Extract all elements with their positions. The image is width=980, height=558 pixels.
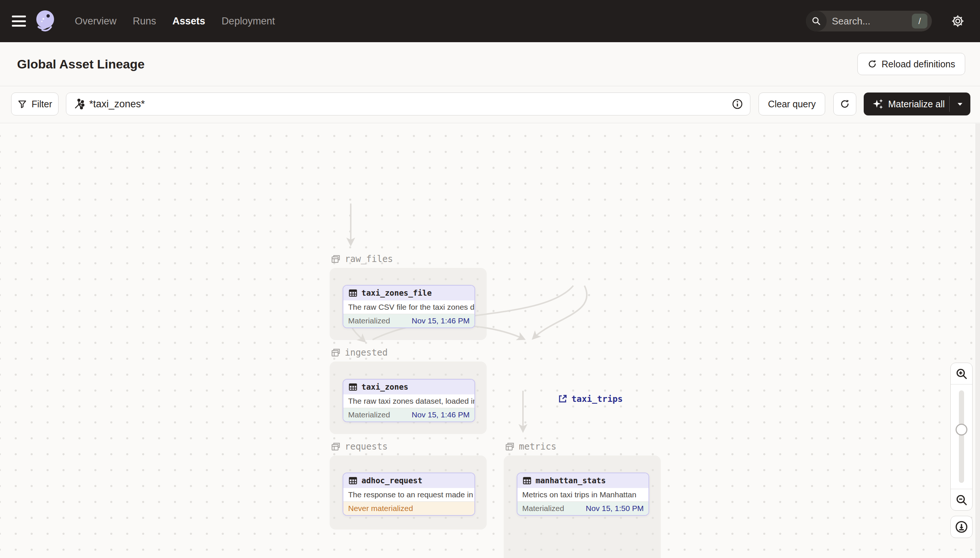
asset-graph-icon xyxy=(73,98,85,110)
filter-button[interactable]: Filter xyxy=(11,92,59,115)
table-icon xyxy=(348,476,358,486)
lineage-edges xyxy=(0,123,980,558)
materialize-all-button[interactable]: Materialize all xyxy=(864,92,970,115)
menu-icon[interactable] xyxy=(12,16,26,27)
zoom-slider[interactable] xyxy=(951,384,972,489)
status-label: Materialized xyxy=(522,504,564,513)
lineage-toolbar: Filter Clear query Materialize all xyxy=(0,86,980,123)
asset-query-input[interactable] xyxy=(89,98,731,110)
group-tables-icon xyxy=(331,348,341,358)
table-icon xyxy=(522,476,532,486)
group-tables-icon xyxy=(331,441,341,452)
chevron-down-icon xyxy=(956,100,964,108)
materialize-dropdown-caret[interactable] xyxy=(950,100,970,108)
external-link-icon xyxy=(557,394,568,404)
asset-description: The response to an request made in th... xyxy=(343,488,474,501)
materialization-timestamp[interactable]: Nov 15, 1:50 PM xyxy=(586,504,644,513)
group-label-raw-files[interactable]: raw_files xyxy=(331,254,393,264)
group-tables-icon xyxy=(505,441,515,452)
table-icon xyxy=(348,382,358,392)
asset-status-row: Materialized Nov 15, 1:46 PM xyxy=(343,314,474,327)
table-icon xyxy=(348,288,358,298)
zoom-out-button[interactable] xyxy=(951,489,972,510)
search-placeholder: Search... xyxy=(832,16,912,27)
asset-name: taxi_zones xyxy=(361,382,408,392)
group-tables-icon xyxy=(331,254,341,264)
search-shortcut-badge: / xyxy=(912,14,927,28)
asset-node-manhattan-stats[interactable]: manhattan_stats Metrics on taxi trips in… xyxy=(517,473,649,516)
search-input[interactable]: Search... / xyxy=(806,11,932,31)
reload-definitions-button[interactable]: Reload definitions xyxy=(857,53,965,75)
asset-status-row: Never materialized xyxy=(343,501,474,515)
status-label: Materialized xyxy=(348,410,390,419)
tab-runs[interactable]: Runs xyxy=(133,16,156,27)
materialization-timestamp[interactable]: Nov 15, 1:46 PM xyxy=(412,410,469,419)
asset-description: The raw CSV file for the taxi zones dat.… xyxy=(343,300,474,314)
settings-gear-icon[interactable] xyxy=(950,13,966,29)
vertical-scrollbar[interactable] xyxy=(975,123,980,558)
group-label-requests[interactable]: requests xyxy=(331,441,388,452)
zoom-controls xyxy=(950,363,973,510)
lineage-canvas[interactable]: raw_files ingested requests metrics taxi… xyxy=(0,123,980,558)
asset-node-taxi-zones[interactable]: taxi_zones The raw taxi zones dataset, l… xyxy=(343,379,475,422)
asset-name: taxi_zones_file xyxy=(361,289,432,297)
filter-funnel-icon xyxy=(17,99,27,109)
asset-status-row: Materialized Nov 15, 1:50 PM xyxy=(517,501,649,515)
zoom-out-icon xyxy=(955,494,968,506)
download-icon xyxy=(954,520,968,534)
zoom-slider-thumb[interactable] xyxy=(955,424,967,435)
materialization-timestamp[interactable]: Nov 15, 1:46 PM xyxy=(412,317,469,325)
status-label: Never materialized xyxy=(348,504,413,513)
refresh-graph-button[interactable] xyxy=(833,92,856,115)
dagster-logo-icon[interactable] xyxy=(34,9,58,33)
asset-query-box xyxy=(66,92,750,115)
group-label-metrics[interactable]: metrics xyxy=(505,441,556,452)
group-label-ingested[interactable]: ingested xyxy=(331,348,388,358)
clear-query-button[interactable]: Clear query xyxy=(759,92,825,115)
asset-node-taxi-zones-file[interactable]: taxi_zones_file The raw CSV file for the… xyxy=(343,285,475,328)
nav-tabs: Overview Runs Assets Deployment xyxy=(75,16,275,27)
refresh-icon xyxy=(840,99,850,109)
zoom-in-icon xyxy=(955,368,968,380)
asset-name: manhattan_stats xyxy=(535,476,606,485)
asset-description: Metrics on taxi trips in Manhattan xyxy=(517,488,649,501)
asset-status-row: Materialized Nov 15, 1:46 PM xyxy=(343,408,474,422)
download-graph-button[interactable] xyxy=(950,516,973,538)
tab-overview[interactable]: Overview xyxy=(75,16,117,27)
asset-node-adhoc-request[interactable]: adhoc_request The response to an request… xyxy=(343,473,475,516)
query-info-icon[interactable] xyxy=(731,98,743,110)
page-title: Global Asset Lineage xyxy=(17,57,145,71)
asset-description: The raw taxi zones dataset, loaded int..… xyxy=(343,394,474,408)
zoom-slider-track[interactable] xyxy=(959,391,964,483)
tab-deployment[interactable]: Deployment xyxy=(221,16,275,27)
status-label: Materialized xyxy=(348,317,390,325)
top-nav: Overview Runs Assets Deployment Search..… xyxy=(0,0,980,42)
sparkles-icon xyxy=(872,98,884,110)
asset-name: adhoc_request xyxy=(361,476,422,485)
zoom-in-button[interactable] xyxy=(951,363,972,384)
reload-icon xyxy=(867,59,877,69)
external-asset-taxi-trips[interactable]: taxi_trips xyxy=(557,394,623,404)
tab-assets[interactable]: Assets xyxy=(173,16,206,27)
search-icon xyxy=(806,11,827,31)
page-header: Global Asset Lineage Reload definitions xyxy=(0,42,980,86)
